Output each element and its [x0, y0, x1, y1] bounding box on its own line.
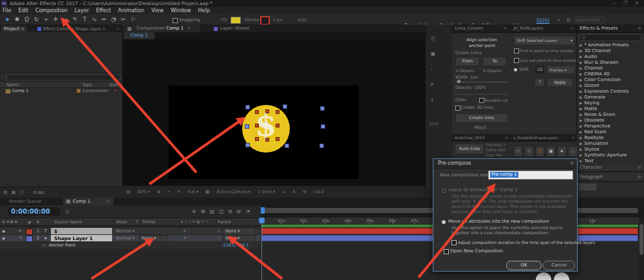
viewer-control[interactable]: ⊿ [282, 189, 285, 194]
tab-shift-layers[interactable]: pt_ShiftLayers [513, 26, 543, 31]
dialog-title-bar[interactable]: Pre-compose × [433, 159, 577, 169]
search-icon[interactable]: Ϙ [567, 17, 571, 23]
twirl-icon[interactable]: ▶ [580, 66, 582, 70]
menu-item-view[interactable]: View [151, 8, 164, 14]
tab-project[interactable]: Project ≡ [1, 26, 27, 32]
maximize-button[interactable]: ❐ [623, 1, 627, 6]
tab-effects-presets[interactable]: Effects & Presets [580, 26, 618, 31]
tool-5[interactable]: ✛ [51, 16, 61, 23]
snapping-checkbox[interactable] [173, 18, 178, 23]
twirl-icon[interactable]: ▶ [580, 124, 582, 128]
inner-handle[interactable] [265, 138, 269, 142]
menu-item-composition[interactable]: Composition [35, 8, 68, 14]
effects-search-input[interactable]: Ϙ [580, 34, 642, 41]
units-dropdown[interactable]: Frames ▾ [547, 66, 575, 74]
close-icon[interactable]: × [504, 26, 507, 31]
panel-menu-icon[interactable]: ≡ [638, 26, 641, 31]
property-row-anchor-point[interactable]: ◷ Anchor Point -124.2, -44.3 [0, 242, 261, 249]
last-out-point-checkbox[interactable] [514, 58, 519, 63]
comp-footer-controls[interactable]: ▧50% ▾⊞⌖✛Full ▾▦Active Camera ▾1 View ▾⊿… [126, 189, 331, 194]
selection-handle[interactable] [320, 106, 325, 111]
width-slider-knob[interactable] [457, 79, 461, 84]
twirl-icon[interactable]: ▶ [580, 84, 582, 88]
menu-item-layer[interactable]: Layer [75, 8, 89, 14]
panel-menu-icon[interactable]: ≡ [21, 26, 24, 32]
project-footer-icons[interactable]: ▤▦◫ [3, 190, 28, 195]
layer-row-1[interactable]: ◉ ▶ 1 T $ Normal ▾ ♟ ⁄ ◎ None ▾ [0, 228, 261, 234]
effects-category[interactable]: ▶Generate [577, 95, 644, 100]
project-columns-header[interactable]: Name Type Size [0, 81, 122, 88]
comp-viewer[interactable]: $ [122, 39, 425, 185]
viewer-control[interactable]: A [293, 189, 296, 194]
twirl-icon[interactable]: ▶ [580, 113, 582, 117]
tab-render-queue[interactable]: Render Queue [9, 199, 41, 204]
viewer-control[interactable]: +0.0 [314, 189, 324, 194]
twirl-icon[interactable]: ▼ [19, 236, 22, 239]
viewer-control[interactable]: ⚙ [303, 189, 307, 194]
inner-handle[interactable] [255, 137, 259, 141]
comp-canvas[interactable]: $ [169, 86, 359, 179]
scrollbar-thumb[interactable] [639, 224, 643, 255]
close-button[interactable]: ✕ [635, 1, 639, 6]
viewer-control[interactable]: 50% ▾ [137, 189, 150, 194]
explode-tool-button-2[interactable]: ◰ [535, 146, 545, 157]
timeline-toolbar-icons[interactable]: ≋⊠▤◫⧉⊞◔ [192, 209, 254, 215]
search-help-box[interactable]: Search Help [574, 17, 604, 23]
mode-col-header[interactable]: Mode [116, 219, 128, 225]
viewer-control[interactable]: 1 View ▾ [258, 189, 275, 194]
help-button[interactable]: ? [535, 78, 545, 87]
viewer-control[interactable]: Active Camera ▾ [216, 189, 251, 194]
twirl-icon[interactable]: ▶ [580, 95, 582, 99]
shift-mode-dropdown[interactable]: Shift Selected Layers ▾ [514, 36, 575, 45]
composition-name-input[interactable]: Pre-comp 1 [488, 171, 573, 180]
workspace-tab-active[interactable]: |||||||| [536, 17, 549, 24]
effects-category[interactable]: ▶Obsolete [577, 118, 644, 124]
adjust-duration-checkbox[interactable] [451, 240, 457, 245]
move-attributes-radio[interactable] [442, 220, 446, 224]
minimize-button[interactable]: — [612, 1, 616, 6]
explode-tool-button-1[interactable]: ⊹ [524, 146, 534, 157]
tool-7[interactable]: ✎ [70, 16, 80, 23]
create-3d-checkbox[interactable] [455, 106, 460, 111]
fill-color-swatch[interactable] [231, 17, 241, 24]
tab-explode-shape-layers[interactable]: u_ExplodeShapeLayers [513, 135, 558, 140]
anchor-point-marker[interactable] [263, 122, 269, 127]
inner-handle[interactable] [255, 124, 259, 127]
viewer-control[interactable]: ▧ [126, 189, 130, 194]
layer-switches[interactable]: ♟ ⁄ [183, 236, 188, 239]
auto-crop-button[interactable]: Auto Crop [455, 144, 484, 154]
search-icon[interactable]: Ϙ [66, 209, 70, 214]
twirl-icon[interactable]: ▶ [580, 118, 582, 122]
viewer-control[interactable]: ⊞ [157, 189, 160, 194]
tool-11[interactable]: ◔ [109, 16, 118, 23]
selection-handle[interactable] [245, 143, 250, 147]
twirl-icon[interactable]: ▶ [580, 49, 582, 53]
twirl-icon[interactable]: ▶ [580, 147, 582, 151]
label-color-chip[interactable] [26, 236, 33, 242]
effects-category[interactable]: ▶Channel [577, 66, 644, 71]
twirl-icon[interactable]: ▶ [580, 153, 582, 157]
selection-handle[interactable] [321, 124, 325, 129]
effects-category[interactable]: ▶Rowbyte [577, 135, 644, 141]
dock-icon-1[interactable]: ▦ [431, 51, 435, 57]
tool-6[interactable]: ▭ [61, 16, 70, 23]
inner-handle[interactable] [276, 110, 279, 114]
mode-value[interactable]: Normal ▾ [116, 229, 135, 234]
effects-category[interactable]: ▶Matte [577, 106, 644, 112]
inner-handle[interactable] [276, 137, 279, 141]
twirl-icon[interactable]: ▶ [580, 55, 582, 59]
tab-comp-timeline[interactable]: Comp 1 × [63, 198, 113, 205]
effects-category[interactable]: ▶3D Channel [577, 48, 644, 54]
tool-12[interactable]: ✂ [118, 16, 128, 23]
selection-handle[interactable] [283, 104, 287, 109]
twirl-icon[interactable]: ▶ [580, 89, 582, 93]
viewer-control[interactable]: ✛ [177, 189, 180, 194]
layer-name-cell[interactable]: $ [51, 228, 112, 234]
layer-row-2[interactable]: ◉ ▼ 2 ★ Shape Layer 1 Normal ▾ None ▾ ♟ … [0, 235, 261, 241]
effects-category[interactable]: ▶Simulation [577, 141, 644, 147]
menu-item-help[interactable]: Help [198, 8, 210, 14]
twirl-icon[interactable]: ▶ [580, 130, 582, 134]
tab-overflow-icon[interactable]: » [117, 26, 119, 32]
viewer-control[interactable]: ▦ [205, 189, 209, 194]
pickwhip-icon[interactable]: ◎ [217, 229, 221, 234]
